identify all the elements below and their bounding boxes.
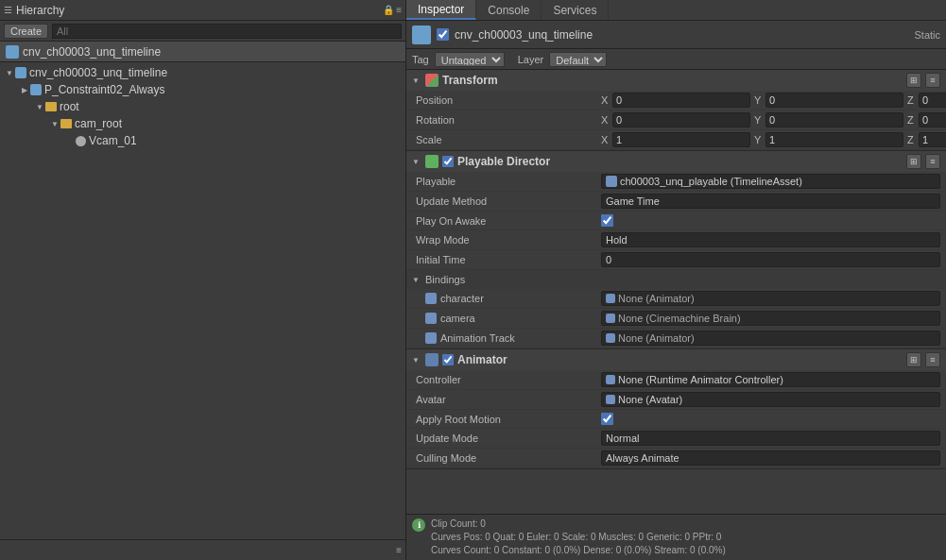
playable-value[interactable]: ch00003_unq_playable (TimelineAsset) xyxy=(601,174,940,189)
search-input[interactable] xyxy=(52,24,402,39)
binding-animation-track-value[interactable]: None (Animator) xyxy=(601,331,940,346)
rotation-x: X xyxy=(601,112,750,127)
object-active-checkbox[interactable] xyxy=(437,28,449,41)
position-xyz: X Y Z xyxy=(601,93,946,108)
tree-item-label: P_Constraint02_Always xyxy=(44,83,164,96)
playable-menu-btn[interactable]: ≡ xyxy=(925,154,940,169)
tag-label-text: Tag xyxy=(412,54,429,65)
playable-director-component: ▼ Playable Director ⊞ ≡ Playable ch00003… xyxy=(406,151,946,349)
animator-header[interactable]: ▼ Animator ⊞ ≡ xyxy=(406,349,946,370)
tag-select[interactable]: Untagged xyxy=(435,52,505,67)
position-row: Position X Y Z xyxy=(406,91,946,110)
create-button[interactable]: Create xyxy=(4,24,48,39)
hierarchy-settings-icon: ≡ xyxy=(396,545,402,555)
tree-item-label: root xyxy=(60,100,79,113)
binding-camera-value[interactable]: None (Cinemachine Brain) xyxy=(601,311,940,326)
apply-root-motion-row: Apply Root Motion xyxy=(406,410,946,429)
initial-time-label: Initial Time xyxy=(412,254,601,265)
update-mode-value[interactable]: Normal xyxy=(601,431,940,446)
sx-label: X xyxy=(601,134,611,145)
scale-x-input[interactable] xyxy=(612,132,750,147)
static-label: Static xyxy=(914,29,940,41)
binding-none-icon xyxy=(606,294,615,303)
tab-inspector[interactable]: Inspector xyxy=(406,0,476,20)
playable-row: Playable ch00003_unq_playable (TimelineA… xyxy=(406,172,946,192)
expand-arrow-icon: ▼ xyxy=(49,120,60,128)
transform-component: ▼ Transform ⊞ ≡ Position X Y xyxy=(406,70,946,151)
scale-z-input[interactable] xyxy=(919,132,946,147)
animator-menu-btn[interactable]: ≡ xyxy=(925,352,940,367)
binding-character-label: character xyxy=(440,293,601,304)
position-x-input[interactable] xyxy=(612,93,750,108)
playable-enabled-checkbox[interactable] xyxy=(442,156,454,167)
avatar-value[interactable]: None (Avatar) xyxy=(601,392,940,407)
animator-component: ▼ Animator ⊞ ≡ Controller None (Runtime … xyxy=(406,349,946,469)
transform-popup-btn[interactable]: ⊞ xyxy=(906,73,921,88)
tree-item-label: cam_root xyxy=(75,117,122,130)
scale-label: Scale xyxy=(412,134,601,145)
update-method-value[interactable]: Game Time xyxy=(601,194,940,209)
playable-icon xyxy=(425,155,439,168)
hierarchy-panel: ☰ Hierarchy 🔒 ≡ Create cnv_ch00003_unq_t… xyxy=(0,0,406,560)
position-y-input[interactable] xyxy=(765,93,903,108)
update-mode-label: Update Mode xyxy=(412,433,601,444)
controller-label: Controller xyxy=(412,374,601,385)
binding-character-value[interactable]: None (Animator) xyxy=(601,291,940,306)
playable-popup-btn[interactable]: ⊞ xyxy=(906,154,921,169)
tab-services[interactable]: Services xyxy=(542,0,609,20)
list-item[interactable]: ▼ root xyxy=(0,98,405,115)
playable-director-header[interactable]: ▼ Playable Director ⊞ ≡ xyxy=(406,151,946,172)
expand-arrow-icon: ▼ xyxy=(4,69,15,77)
culling-mode-value[interactable]: Always Animate xyxy=(601,450,940,466)
inspector-tabs: Inspector Console Services xyxy=(406,0,946,21)
initial-time-value[interactable]: 0 xyxy=(601,252,940,267)
binding-camera-none: None (Cinemachine Brain) xyxy=(618,313,741,324)
rotation-y-input[interactable] xyxy=(765,112,903,127)
rotation-z-input[interactable] xyxy=(919,112,946,127)
expand-arrow-icon: ▶ xyxy=(19,86,30,94)
wrap-mode-value[interactable]: Hold xyxy=(601,232,940,247)
rx-label: X xyxy=(601,114,611,126)
sy-label: Y xyxy=(754,134,764,145)
rotation-row: Rotation X Y Z xyxy=(406,110,946,130)
object-name: cnv_ch00003_unq_timeline xyxy=(455,28,908,42)
binding-character-none: None (Animator) xyxy=(618,293,695,304)
tree-item-label: cnv_ch00003_unq_timeline xyxy=(29,66,167,79)
hierarchy-title-group: ☰ Hierarchy xyxy=(4,4,64,17)
animator-enabled-checkbox[interactable] xyxy=(442,354,454,365)
play-on-awake-checkbox[interactable] xyxy=(601,214,613,227)
rotation-label: Rotation xyxy=(412,114,601,126)
bindings-header[interactable]: ▼ Bindings xyxy=(406,270,946,289)
list-item[interactable]: ▶ Vcam_01 xyxy=(0,132,405,149)
wrap-mode-label: Wrap Mode xyxy=(412,234,601,246)
inspector-object-header: cnv_ch00003_unq_timeline Static xyxy=(406,21,946,49)
scale-y-input[interactable] xyxy=(765,132,903,147)
apply-root-motion-checkbox[interactable] xyxy=(601,413,613,425)
binding-camera-label: camera xyxy=(440,313,601,324)
folder-icon xyxy=(60,119,72,128)
controller-value[interactable]: None (Runtime Animator Controller) xyxy=(601,372,940,387)
position-z-input[interactable] xyxy=(919,93,946,108)
inspector-body: cnv_ch00003_unq_timeline Static Tag Unta… xyxy=(406,21,946,514)
tab-console[interactable]: Console xyxy=(476,0,542,20)
lock-icon: 🔒 xyxy=(383,5,394,15)
info-text: Clip Count: 0 Curves Pos: 0 Quat: 0 Eule… xyxy=(431,518,726,557)
avatar-text: None (Avatar) xyxy=(618,394,682,405)
binding-animation-track-row: Animation Track None (Animator) xyxy=(406,329,946,348)
play-on-awake-label: Play On Awake xyxy=(412,215,601,227)
animator-popup-btn[interactable]: ⊞ xyxy=(906,352,921,367)
position-y: Y xyxy=(754,93,903,108)
tree-item-label: Vcam_01 xyxy=(89,134,137,147)
scene-title-bar[interactable]: cnv_ch00003_unq_timeline xyxy=(0,42,405,62)
transform-header[interactable]: ▼ Transform ⊞ ≡ xyxy=(406,70,946,91)
bindings-arrow-icon: ▼ xyxy=(412,276,421,284)
transform-menu-btn[interactable]: ≡ xyxy=(925,73,940,88)
list-item[interactable]: ▼ cam_root xyxy=(0,115,405,132)
layer-select[interactable]: Default xyxy=(549,52,607,67)
apply-root-motion-label: Apply Root Motion xyxy=(412,414,601,425)
hierarchy-title: Hierarchy xyxy=(16,4,64,17)
list-item[interactable]: ▼ cnv_ch00003_unq_timeline xyxy=(0,64,405,81)
list-item[interactable]: ▶ P_Constraint02_Always xyxy=(0,81,405,98)
rotation-x-input[interactable] xyxy=(612,112,750,127)
expand-arrow-icon: ▼ xyxy=(34,103,45,111)
